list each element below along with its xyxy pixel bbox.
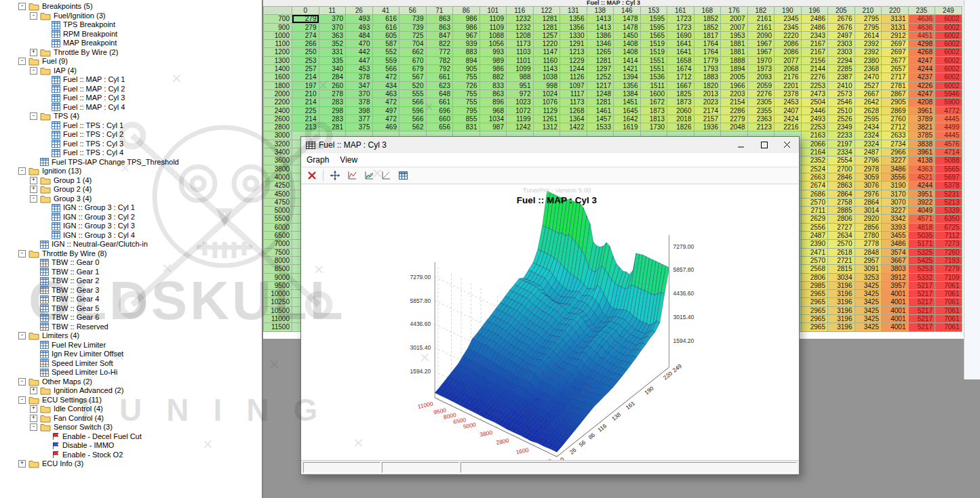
map-cell[interactable]: 1220 — [533, 40, 560, 48]
map-cell[interactable]: 986 — [453, 15, 480, 23]
map-cell[interactable]: 1881 — [721, 48, 748, 56]
map-cell[interactable]: 679 — [399, 65, 427, 73]
map-cell[interactable]: 2633 — [882, 131, 909, 140]
map-cell[interactable]: 2957 — [855, 256, 882, 264]
map-cell[interactable]: 1232 — [507, 23, 534, 31]
map-cell[interactable]: 453 — [346, 65, 373, 73]
map-cell[interactable]: 3486 — [882, 165, 909, 173]
map-cell[interactable]: 3196 — [828, 290, 855, 298]
map-cell[interactable]: 1252 — [587, 73, 614, 81]
map-cell[interactable]: 3957 — [882, 281, 909, 289]
map-cell[interactable]: 1712 — [667, 73, 694, 81]
map-cell[interactable]: 2780 — [855, 232, 882, 240]
map-cell[interactable]: 1034 — [479, 115, 507, 123]
col-header[interactable]: 146 — [614, 7, 641, 15]
tree-item[interactable]: TBW :: Gear 0 — [0, 258, 262, 268]
map-cell[interactable]: 1023 — [507, 98, 534, 106]
map-cell[interactable]: 2864 — [855, 198, 882, 206]
map-cell[interactable]: 2352 — [801, 157, 828, 165]
tree-item[interactable]: Enable - Decel Fuel Cut — [0, 432, 262, 442]
map-cell[interactable]: 1723 — [667, 23, 694, 31]
map-cell[interactable]: 1242 — [507, 123, 534, 131]
map-cell[interactable]: 2123 — [747, 123, 775, 131]
map-cell[interactable]: 2905 — [882, 98, 909, 106]
col-header[interactable]: 26 — [346, 7, 373, 15]
map-cell[interactable]: 894 — [453, 56, 480, 64]
map-cell[interactable]: 988 — [507, 73, 534, 81]
map-cell[interactable]: 1413 — [587, 15, 614, 23]
map-cell[interactable]: 2203 — [721, 89, 748, 98]
tree-item[interactable]: -Limiters (4) — [0, 331, 262, 341]
map-cell[interactable]: 434 — [372, 81, 399, 89]
map-cell[interactable]: 5565 — [935, 165, 962, 173]
map-cell[interactable]: 2497 — [828, 31, 855, 39]
map-cell[interactable]: 2378 — [775, 89, 802, 98]
map-cell[interactable]: 2090 — [747, 31, 775, 39]
map-cell[interactable]: 1129 — [533, 106, 560, 115]
tree-item[interactable]: -TPS (4) — [0, 112, 262, 121]
map-cell[interactable]: 2424 — [775, 115, 802, 123]
map-cell[interactable]: 281 — [319, 123, 346, 131]
map-cell[interactable]: 2554 — [828, 157, 855, 165]
map-cell[interactable]: 5253 — [908, 265, 935, 273]
map-cell[interactable]: 1056 — [479, 40, 507, 48]
tree-item[interactable]: IGN :: Neutral-Gear/Clutch-in — [0, 240, 262, 249]
map-cell[interactable]: 2676 — [828, 15, 855, 23]
map-cell[interactable]: 2697 — [882, 48, 909, 56]
map-cell[interactable]: 1817 — [694, 31, 721, 39]
map-cell[interactable]: 375 — [346, 123, 373, 131]
map-cell[interactable]: 3574 — [882, 248, 909, 256]
map-cell[interactable]: 497 — [372, 106, 399, 115]
map-cell[interactable]: 1261 — [533, 115, 560, 123]
map-cell[interactable]: 1820 — [694, 81, 721, 89]
map-cell[interactable]: 2711 — [801, 207, 828, 215]
map-cell[interactable]: 2976 — [855, 190, 882, 198]
map-cell[interactable]: 1312 — [533, 123, 560, 131]
map-cell[interactable]: 2392 — [855, 40, 882, 48]
row-header[interactable]: 700 — [264, 15, 292, 23]
map-cell[interactable]: 363 — [319, 31, 346, 39]
tree-item[interactable]: Fuel :: TPS : Cyl 3 — [0, 140, 262, 149]
map-cell[interactable]: 1645 — [614, 106, 641, 115]
map-cell[interactable]: 6725 — [935, 223, 962, 231]
map-cell[interactable]: 3425 — [855, 306, 882, 314]
map-cell[interactable]: 2345 — [775, 23, 802, 31]
map-cell[interactable]: 3486 — [882, 240, 909, 248]
map-cell[interactable]: 7109 — [935, 273, 962, 281]
map-cell[interactable]: 662 — [399, 48, 427, 56]
map-cell[interactable]: 882 — [479, 73, 507, 81]
map-cell[interactable]: 1109 — [479, 15, 507, 23]
map-cell[interactable]: 2380 — [855, 56, 882, 64]
map-cell[interactable]: 1117 — [560, 89, 587, 98]
map-cell[interactable]: 1667 — [667, 81, 694, 89]
map-cell[interactable]: 2864 — [828, 190, 855, 198]
map-cell[interactable]: 1672 — [640, 98, 667, 106]
expand-toggle-icon[interactable]: - — [30, 12, 37, 20]
row-header[interactable]: 6000 — [264, 223, 292, 231]
map-cell[interactable]: 2167 — [801, 40, 828, 48]
col-header[interactable]: 182 — [747, 7, 775, 15]
map-cell[interactable]: 772 — [426, 48, 453, 56]
map-cell[interactable]: 5217 — [908, 281, 935, 289]
map-cell[interactable]: 2471 — [801, 248, 828, 256]
map-cell[interactable]: 472 — [372, 98, 399, 106]
map-cell[interactable]: 352 — [319, 40, 346, 48]
tree-item[interactable]: +ECU Info (3) — [0, 459, 262, 469]
map-cell[interactable]: 347 — [346, 81, 373, 89]
col-header[interactable]: 138 — [587, 7, 614, 15]
expand-toggle-icon[interactable]: - — [18, 58, 26, 65]
map-cell[interactable]: 1970 — [747, 56, 775, 64]
tree-item[interactable]: Fuel :: TPS : Cyl 1 — [0, 121, 262, 131]
map-cell[interactable]: 1076 — [533, 98, 560, 106]
map-cell[interactable]: 214 — [292, 115, 319, 123]
map-cell[interactable]: 2144 — [801, 65, 828, 73]
map-cell[interactable]: 1421 — [614, 65, 641, 73]
map-cell[interactable]: 2568 — [801, 265, 828, 273]
map-cell[interactable]: 2846 — [828, 173, 855, 181]
map-cell[interactable]: 1894 — [721, 65, 748, 73]
map-cell[interactable]: 2174 — [694, 106, 721, 115]
map-cell[interactable]: 2712 — [882, 123, 909, 131]
map-cell[interactable]: 5378 — [935, 182, 962, 190]
map-cell[interactable]: 2349 — [828, 123, 855, 131]
map-cell[interactable]: 6002 — [935, 73, 962, 81]
